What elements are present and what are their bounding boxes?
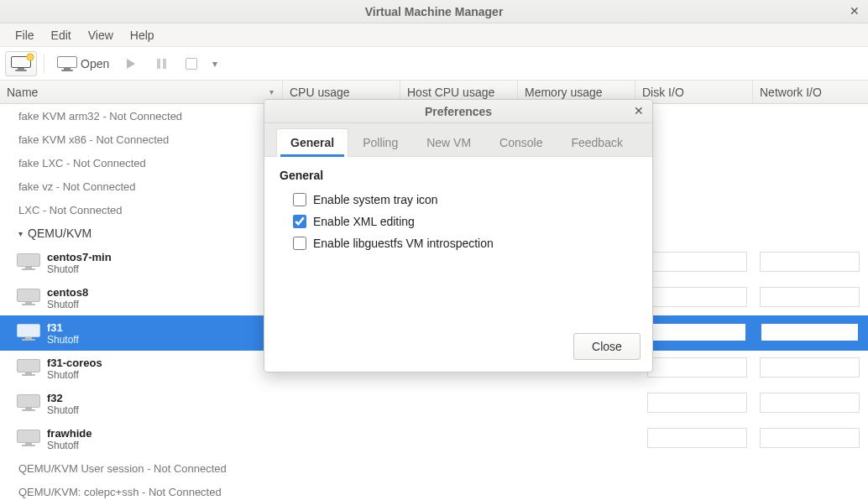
vm-state: Shutoff [47,404,79,416]
usage-cell [647,322,747,342]
window-titlebar: Virtual Machine Manager ✕ [0,0,868,23]
vm-monitor-icon [17,394,40,413]
usage-cell [760,428,860,448]
vm-monitor-icon [17,430,40,448]
dialog-close-icon[interactable]: ✕ [634,104,644,117]
usage-cell [760,393,860,413]
vm-name: f31 [47,321,79,334]
group-label: QEMU/KVM [28,227,92,240]
usage-cell [647,428,747,448]
option-tray[interactable]: Enable system tray icon [280,189,637,211]
option-xml[interactable]: Enable XML editing [280,211,637,232]
usage-cell [760,322,860,342]
tab-newvm[interactable]: New VM [412,128,485,157]
vm-name: centos7-min [47,251,112,263]
column-name[interactable]: Name ▾ [0,81,282,103]
usage-cell [760,252,860,272]
section-heading: General [280,169,637,182]
tab-feedback[interactable]: Feedback [557,128,636,157]
window-title: Virtual Machine Manager [365,5,504,18]
usage-cell [760,357,860,378]
vm-name: f31-coreos [47,357,102,369]
vm-monitor-icon [17,253,40,272]
open-label: Open [81,57,109,70]
menu-help[interactable]: Help [122,25,163,45]
close-button[interactable]: Close [573,333,641,360]
checkbox-tray[interactable] [293,193,306,206]
dialog-title: Preferences [425,105,492,118]
usage-cell [647,287,747,307]
vm-name: centos8 [47,286,88,299]
usage-cell [647,393,747,413]
vm-name: f32 [47,392,79,404]
dialog-tabs: General Polling New VM Console Feedback [264,123,652,157]
expand-caret-icon[interactable]: ▾ [18,229,23,238]
checkbox-xml[interactable] [293,215,306,228]
option-libguestfs[interactable]: Enable libguestfs VM introspection [280,232,637,254]
window-close-icon[interactable]: ✕ [850,4,860,18]
vm-monitor-icon [17,289,40,307]
vm-state: Shutoff [47,299,88,310]
vm-monitor-icon [17,359,40,378]
usage-row [647,357,868,378]
monitor-icon [57,56,77,71]
dialog-footer: Close [264,325,652,372]
play-icon [127,59,135,69]
new-vm-button[interactable] [5,51,37,76]
dialog-body: General Enable system tray icon Enable X… [264,157,652,325]
run-button[interactable] [117,51,145,76]
usage-row [647,287,868,307]
vm-monitor-icon [17,324,40,342]
monitor-new-icon [11,56,31,71]
connection-row[interactable]: QEMU/KVM User session - Not Connected [0,456,868,480]
pause-icon [157,59,166,69]
dialog-titlebar: Preferences ✕ [264,100,652,123]
vm-name: frawhide [47,427,92,440]
shutdown-menu-caret[interactable]: ▾ [207,58,217,70]
column-name-label: Name [7,86,38,99]
usage-row [647,428,868,448]
toolbar-separator [44,54,44,74]
column-net[interactable]: Network I/O [752,81,868,103]
menu-file[interactable]: File [7,25,43,45]
sort-indicator-icon: ▾ [269,87,274,96]
menubar: File Edit View Help [0,23,868,47]
option-tray-label: Enable system tray icon [313,193,438,206]
vm-state: Shutoff [47,369,102,381]
vm-state: Shutoff [47,334,79,346]
stop-icon [186,58,197,70]
vm-state: Shutoff [47,263,112,275]
tab-polling[interactable]: Polling [348,128,412,157]
option-libguestfs-label: Enable libguestfs VM introspection [313,237,494,250]
usage-row [647,393,868,413]
vm-state: Shutoff [47,440,92,451]
shutdown-button[interactable] [177,51,206,76]
tab-console[interactable]: Console [485,128,557,157]
open-button[interactable]: Open [51,51,115,76]
menu-edit[interactable]: Edit [43,25,80,45]
usage-row [647,322,868,342]
toolbar: Open ▾ [0,47,868,81]
usage-row [647,252,868,272]
preferences-dialog: Preferences ✕ General Polling New VM Con… [264,99,653,372]
pause-button[interactable] [147,51,175,76]
checkbox-libguestfs[interactable] [293,237,306,250]
option-xml-label: Enable XML editing [313,215,415,228]
connection-row[interactable]: QEMU/KVM: colepc+ssh - Not Connected [0,480,868,500]
tab-general[interactable]: General [276,128,348,157]
usage-cell [647,357,747,378]
usage-cell [647,252,747,272]
menu-view[interactable]: View [80,25,122,45]
usage-cell [760,287,860,307]
